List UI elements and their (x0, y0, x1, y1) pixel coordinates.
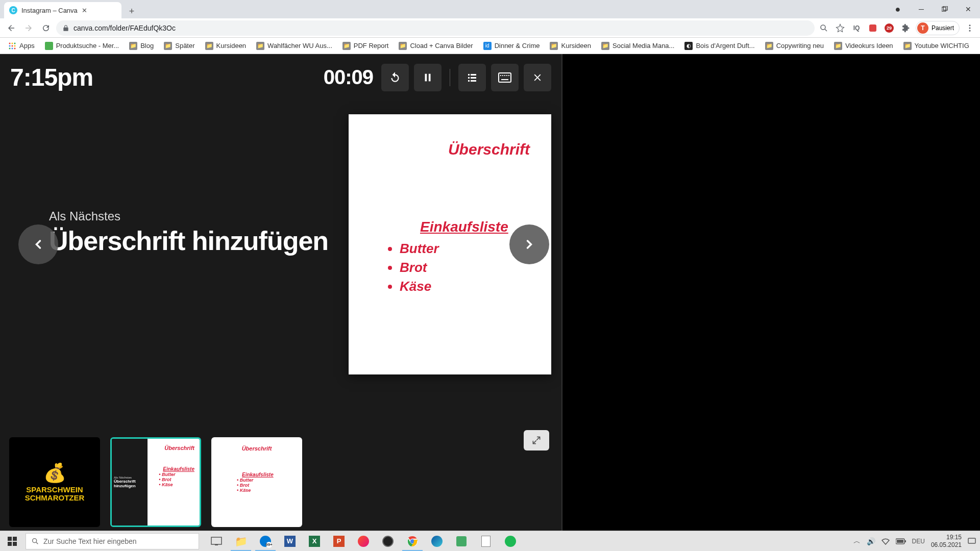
extensions-icon[interactable] (899, 22, 912, 34)
pause-button[interactable] (414, 64, 442, 91)
battery-icon[interactable] (896, 538, 906, 544)
word-app[interactable]: W (278, 531, 302, 551)
bookmark-icon: ◐ (684, 42, 693, 50)
main-area: Als Nächstes Überschrift hinzufügen Über… (0, 54, 561, 434)
svg-rect-21 (468, 77, 470, 79)
menu-icon[interactable] (964, 22, 976, 34)
app-generic-1[interactable] (449, 531, 474, 551)
taskbar-search[interactable]: Zur Suche Text hier eingeben (26, 533, 199, 549)
svg-point-10 (14, 42, 16, 44)
edge-legacy-app[interactable]: 99+ (253, 531, 278, 551)
profile-button[interactable]: T Pausiert (916, 21, 960, 35)
svg-rect-44 (897, 540, 903, 543)
bookmark-icon: id (483, 42, 492, 50)
bookmark-item[interactable]: 📁PDF Report (338, 40, 393, 52)
bookmark-label: Copywriting neu (776, 42, 824, 49)
reset-timer-button[interactable] (381, 64, 409, 91)
language-indicator[interactable]: DEU (912, 538, 925, 545)
obs-app[interactable] (376, 531, 400, 551)
folder-icon: 📁 (399, 42, 407, 50)
brave-app[interactable] (351, 531, 376, 551)
window-controls: ● ─ ✕ (886, 0, 980, 18)
thumbnail-3[interactable]: Überschrift Einkaufsliste • Butter • Bro… (211, 437, 302, 527)
bookmark-apps[interactable]: Apps (4, 40, 39, 52)
svg-point-13 (14, 45, 16, 46)
bookmark-item[interactable]: Produktsuche - Mer... (41, 40, 124, 52)
bookmark-label: Wahlfächer WU Aus... (267, 42, 332, 49)
svg-rect-39 (215, 544, 218, 545)
minimize-button[interactable]: ─ (910, 0, 933, 18)
wifi-icon[interactable] (881, 538, 890, 545)
thumbnail-2[interactable]: Als Nächstes Überschrift hinzufügen Über… (110, 437, 201, 527)
keyboard-button[interactable] (491, 64, 519, 91)
notification-icon[interactable] (968, 537, 976, 545)
bookmarks-overflow[interactable]: » (977, 39, 980, 53)
bookmark-item[interactable]: 📁Kursideen (546, 40, 595, 52)
svg-rect-29 (506, 75, 507, 76)
window-dot-icon[interactable]: ● (886, 0, 910, 18)
reload-button[interactable] (39, 21, 53, 35)
tray-chevron-icon[interactable]: ︿ (853, 537, 861, 546)
browser-toolbar: canva.com/folder/FAEdufQk3Oc IQ 29 T Pau… (0, 18, 980, 38)
bookmark-item[interactable]: 📁Cload + Canva Bilder (395, 40, 477, 52)
start-button[interactable] (0, 531, 24, 551)
bookmark-item[interactable]: idDinner & Crime (479, 40, 544, 52)
bookmark-item[interactable]: 📁Copywriting neu (761, 40, 828, 52)
bookmark-item[interactable]: 📁Blog (125, 40, 158, 52)
ext1-icon[interactable] (867, 22, 879, 34)
bookmark-item[interactable]: 📁Kursideen (201, 40, 251, 52)
bookmark-item[interactable]: 📁Videokurs Ideen (830, 40, 897, 52)
svg-line-37 (36, 542, 38, 544)
task-view-button[interactable] (204, 531, 229, 551)
address-bar[interactable]: canva.com/folder/FAEdufQk3Oc (56, 20, 815, 36)
back-button[interactable] (4, 21, 18, 35)
svg-rect-18 (429, 73, 431, 81)
presenter-toolbar: 7:15pm 00:09 (10, 63, 551, 91)
tab-close-icon[interactable]: ✕ (82, 7, 87, 14)
close-presenter-button[interactable] (524, 64, 551, 91)
new-tab-button[interactable]: + (125, 4, 139, 18)
notepad-app[interactable] (474, 531, 498, 551)
clock-tray[interactable]: 19:15 06.05.2021 (931, 534, 962, 548)
excel-app[interactable]: X (302, 531, 327, 551)
zoom-icon[interactable] (818, 22, 830, 34)
thumb-text: SCHMAROTZER (25, 493, 85, 502)
edge-app[interactable] (425, 531, 449, 551)
money-bag-icon: 💰 (43, 462, 66, 484)
ext2-icon[interactable]: 29 (883, 22, 895, 34)
bookmark-item[interactable]: 📁Später (160, 40, 199, 52)
chrome-app[interactable] (400, 531, 425, 551)
svg-rect-28 (504, 75, 505, 76)
powerpoint-app[interactable]: P (327, 531, 351, 551)
volume-icon[interactable]: 🔊 (867, 537, 875, 545)
next-slide-button[interactable] (509, 224, 549, 264)
prev-slide-button[interactable] (18, 224, 58, 264)
folder-icon: 📁 (834, 42, 842, 50)
svg-point-8 (9, 42, 11, 44)
iq-icon[interactable]: IQ (850, 22, 863, 34)
tray-time: 19:15 (931, 534, 962, 541)
file-explorer-app[interactable]: 📁 (229, 531, 253, 551)
bookmark-item[interactable]: 📁Social Media Mana... (597, 40, 678, 52)
tab-title: Instagram – Canva (21, 7, 78, 14)
windows-taskbar: Zur Suche Text hier eingeben 📁 99+ W X P… (0, 531, 980, 551)
bookmark-item[interactable]: 📁Youtube WICHTIG (899, 40, 973, 52)
browser-tab[interactable]: C Instagram – Canva ✕ (4, 2, 121, 18)
folder-icon: 📁 (550, 42, 558, 50)
bookmark-item[interactable]: 📁Wahlfächer WU Aus... (252, 40, 336, 52)
window-close-button[interactable]: ✕ (957, 0, 980, 18)
bookmark-item[interactable]: ◐Bois d'Argent Duft... (680, 40, 758, 52)
star-icon[interactable] (834, 22, 846, 34)
notes-list-button[interactable] (458, 64, 486, 91)
page-content: 7:15pm 00:09 Als Nächstes Überschrift hi… (0, 54, 980, 536)
mini-heading: Überschrift (153, 445, 194, 451)
spotify-app[interactable] (498, 531, 523, 551)
mini-item: • Brot (237, 483, 292, 488)
svg-rect-35 (13, 542, 17, 546)
forward-button[interactable] (21, 21, 36, 35)
svg-point-7 (969, 30, 971, 31)
expand-preview-button[interactable] (524, 430, 549, 450)
maximize-button[interactable] (933, 0, 957, 18)
url-text: canva.com/folder/FAEdufQk3Oc (74, 24, 176, 32)
thumbnail-1[interactable]: 💰 SPARSCHWEINSCHMAROTZER (9, 437, 100, 527)
